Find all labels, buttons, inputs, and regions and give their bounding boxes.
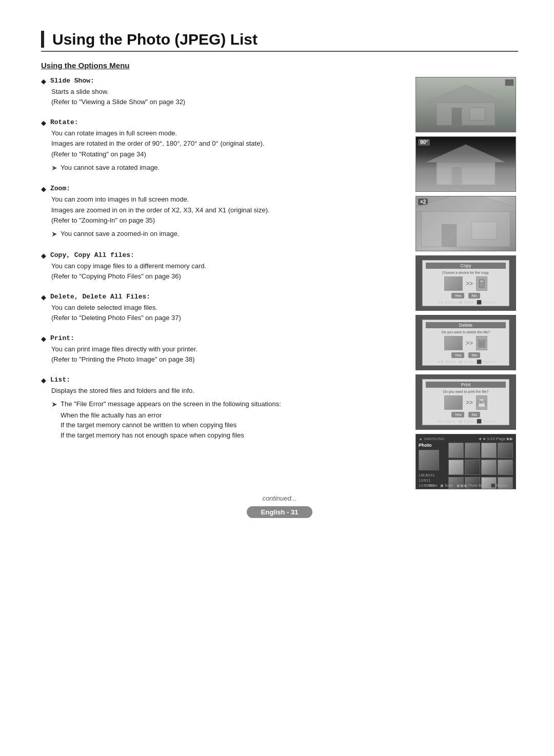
dialog-content-copy: >> [426,276,506,291]
page-title: Using the Photo (JPEG) List [52,31,518,48]
svg-rect-2 [452,108,462,125]
dialog-title-copy: Copy [426,263,506,269]
list-thumb-1 [448,443,464,458]
svg-marker-1 [426,85,505,103]
dialog-footer-delete: ◄► Move ▣ Enter ⬛ Return [423,360,509,364]
dialog-buttons-delete: Yes No [426,352,506,358]
yes-button-print[interactable]: Yes [451,412,464,417]
list-thumb-7 [481,460,497,475]
option-body: You can rotate images in full screen mod… [51,128,403,173]
house-svg [416,77,516,132]
option-body: You can print image files directly with … [51,344,403,365]
screenshot-delete: Delete Do you want to delete the file? >… [416,315,516,370]
page-number-badge: English - 31 [247,506,313,518]
option-header: ◆ Print: [41,334,403,343]
footer-return: ⬛ Return [477,300,495,305]
footer-move: ◄► Move [436,419,456,424]
no-button-delete[interactable]: No [468,352,480,358]
arrow-icon: ➤ [51,229,57,240]
dialog-subtitle-copy: Choose a device for the copy. [426,271,506,274]
arrow-icon: ➤ [51,163,57,174]
svg-rect-20 [479,399,484,401]
list-thumb-3 [481,443,497,458]
option-line: You can copy image files to a different … [51,261,403,271]
list-thumb-4 [498,443,513,458]
option-line: (Refer to "Zooming-In" on page 35) [51,215,403,226]
screenshot-print: Print Do you want to print the file? >> [416,374,516,430]
option-line: You can rotate images in full screen mod… [51,128,403,138]
section-title: Using the Options Menu [41,61,518,70]
svg-rect-9 [442,224,457,247]
note-line: ➤ You cannot save a zoomed-in on image. [51,229,403,240]
dialog-arrow-icon: >> [466,340,473,347]
continued-text: continued... [41,494,518,502]
dialog-thumbnail [444,395,463,410]
svg-marker-5 [426,145,505,162]
no-button-copy[interactable]: No [468,293,480,299]
trash-can-svg [478,338,486,348]
dialog-trash-icon [476,336,487,350]
svg-rect-15 [480,339,483,340]
svg-marker-8 [416,196,516,211]
footer-move: ☆ Move [424,484,437,488]
yes-button-delete[interactable]: Yes [451,352,464,358]
printer-svg [477,398,487,407]
list-title: Photo [419,443,447,448]
svg-rect-21 [479,404,485,407]
list-page-info: ◄◄ 1/10 Page ▶▶ [478,436,513,441]
diamond-icon: ◆ [41,77,46,85]
dialog-delete: Delete Do you want to delete the file? >… [422,320,509,366]
no-button-print[interactable]: No [468,412,480,417]
diamond-icon: ◆ [41,185,46,193]
header-divider [41,51,518,52]
screenshot-copy: Copy Choose a device for the copy. >> Ye… [416,255,516,311]
dialog-footer-print: ◄► Move ▣ Enter ⬛ Return [423,419,509,424]
list-thumb-5 [448,460,464,475]
page-title-block: Using the Photo (JPEG) List [41,31,518,48]
option-body: You can zoom into images in full screen … [51,194,403,240]
note-text: The "File Error" message appears on the … [61,399,281,440]
yes-button-copy[interactable]: Yes [451,293,464,299]
list-brand: ▲ SAMSUNG [419,436,445,441]
option-header: ◆ List: [41,376,403,384]
footer-enter: ▣ Enter [440,484,453,488]
memory-card-icon [478,279,485,288]
dialog-content-delete: >> [426,336,506,350]
house-svg-rotated [416,137,516,191]
screenshot-image: 90° [416,137,516,191]
dialog-printer-icon [476,395,487,410]
svg-rect-3 [470,108,485,121]
sub-note: If the target memory cannot be written t… [61,420,281,430]
dialog-arrow-icon: >> [466,399,473,406]
option-line: (Refer to "Printing the Photo Image" on … [51,354,403,365]
svg-rect-0 [437,100,495,125]
dialog-footer-copy: ◄► Move ▣ Enter ⬛ Return [423,300,509,305]
dialog-arrow-icon: >> [466,280,473,287]
option-line: (Refer to "Viewing a Slide Show" on page… [51,97,403,107]
footer-enter: ▣ Enter [459,419,473,424]
dialog-device-icon [476,276,487,291]
dialog-title-delete: Delete [426,322,506,328]
note-text: You cannot save a zoomed-in on image. [61,229,180,239]
diamond-icon: ◆ [41,119,46,127]
option-line: (Refer to "Deleting Photo Files" on page… [51,313,403,323]
list-thumb-2 [465,443,480,458]
option-line: (Refer to "Rotating" on page 34) [51,149,403,160]
option-title: List: [50,376,70,384]
option-header: ◆ Delete, Delete All Files: [41,293,403,301]
note-line: ➤ The "File Error" message appears on th… [51,399,403,440]
list-screen-header: ▲ SAMSUNG ◄◄ 1/10 Page ▶▶ [419,436,513,441]
note-text: You cannot save a rotated image. [61,163,160,173]
svg-rect-22 [480,402,481,403]
house-svg-zoomed [416,196,516,251]
dialog-subtitle-delete: Do you want to delete the file? [426,330,506,334]
option-title: Zoom: [50,185,70,192]
option-body: You can delete selected image files. (Re… [51,303,403,323]
option-header: ◆ Copy, Copy All files: [41,251,403,260]
screenshot-image: ×2 [416,196,516,251]
option-title: Delete, Delete All Files: [50,293,150,301]
diamond-icon: ◆ [41,252,46,260]
svg-rect-4 [437,160,495,185]
list-thumbnails [448,443,513,489]
diamond-icon: ◆ [41,335,46,343]
